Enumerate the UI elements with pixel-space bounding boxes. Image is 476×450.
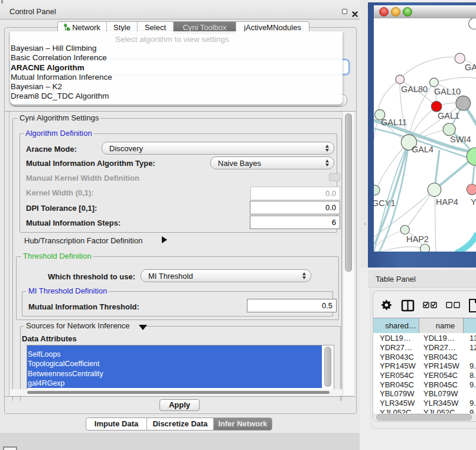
svg-text:GAL80: GAL80	[401, 84, 428, 94]
svg-text:GAL4: GAL4	[412, 145, 433, 154]
svg-text:HAP4: HAP4	[436, 197, 458, 207]
svg-text:HAP2: HAP2	[406, 234, 429, 244]
svg-text:GAL7: GAL7	[465, 63, 476, 72]
svg-text:GAL10: GAL10	[434, 87, 461, 96]
svg-text:Y: Y	[471, 197, 476, 207]
svg-text:GAL1: GAL1	[438, 111, 459, 120]
svg-text:SWI4: SWI4	[450, 135, 471, 144]
svg-text:GCY1: GCY1	[374, 198, 396, 208]
svg-text:GAL11: GAL11	[381, 118, 407, 127]
